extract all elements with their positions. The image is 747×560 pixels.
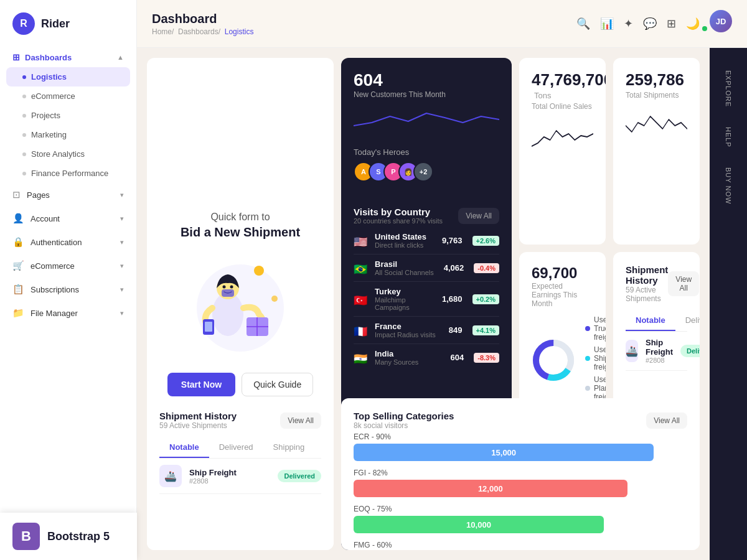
tab-notable[interactable]: Notable xyxy=(626,310,675,331)
account-group[interactable]: 👤 Account ▾ xyxy=(0,207,136,230)
shipment-history-header: Shipment History 59 Active Shipments Vie… xyxy=(626,264,687,303)
sh-ext-tab-delivered[interactable]: Delivered xyxy=(209,437,263,458)
marketing-label: Marketing xyxy=(31,130,67,139)
search-icon[interactable]: 🔍 xyxy=(576,17,590,30)
top-selling-header: Top Selling Categories 8k social visitor… xyxy=(354,411,687,430)
sidebar-logo[interactable]: R Rider xyxy=(0,12,136,47)
ship-dot xyxy=(585,356,590,361)
country-info-tr: Turkey Mailchimp Campaigns xyxy=(375,287,436,311)
top-selling-title: Top Selling Categories xyxy=(354,411,454,421)
bar-eoq: 10,000 xyxy=(354,516,604,533)
account-label: Account xyxy=(31,214,60,223)
sidebar-item-finance[interactable]: Finance Performance xyxy=(0,164,136,183)
store-analytics-label: Store Analytics xyxy=(31,149,85,159)
file-manager-icon: 📁 xyxy=(12,307,24,319)
customers-value: 604 xyxy=(354,70,499,90)
quick-guide-button[interactable]: Quick Guide xyxy=(242,373,313,396)
pages-group[interactable]: ⊡ Pages ▾ xyxy=(0,183,136,207)
top-selling-subtitle: 8k social visitors xyxy=(354,421,454,430)
user-avatar[interactable]: JD xyxy=(710,10,732,32)
sidebar-item-logistics[interactable]: Logistics xyxy=(6,67,130,86)
bootstrap-icon: B xyxy=(12,523,40,550)
buy-now-label[interactable]: Buy now xyxy=(725,157,732,214)
sh-ext-tab-notable[interactable]: Notable xyxy=(159,437,209,458)
logistics-dot xyxy=(22,75,26,79)
logo-icon: R xyxy=(12,12,35,35)
country-name-in: India xyxy=(375,349,444,358)
bar-value-ecr: 15,000 xyxy=(491,448,516,457)
pages-icon: ⊡ xyxy=(12,189,21,200)
dashboards-label: Dashboards xyxy=(25,53,72,62)
shipment-history-title: Shipment History xyxy=(626,264,668,286)
sh-ext-header: Shipment History 59 Active Shipments Vie… xyxy=(159,411,321,430)
tabs-row: Notable Delivered Shipping xyxy=(626,310,687,332)
shipment-illustration xyxy=(184,252,296,352)
subscriptions-group[interactable]: 📋 Subscriptions ▾ xyxy=(0,278,136,301)
header-left: Dashboard Home/ Dashboards/ Logistics xyxy=(152,12,253,36)
country-name-fr: France xyxy=(375,322,443,331)
truck-label: Used Truck freight xyxy=(594,315,606,342)
sidebar-item-store-analytics[interactable]: Store Analytics xyxy=(0,144,136,164)
shipment-subtitle: Quick form to xyxy=(210,212,270,223)
country-change-fr: +4.1% xyxy=(472,325,500,335)
pages-label: Pages xyxy=(27,190,50,200)
country-row-us: 🇺🇸 United States Direct link clicks 9,76… xyxy=(354,227,499,254)
ecommerce-group[interactable]: 🛒 eCommerce ▾ xyxy=(0,254,136,278)
authentication-group[interactable]: 🔒 Authentication ▾ xyxy=(0,230,136,254)
country-name-tr: Turkey xyxy=(375,287,436,296)
bar-item-fmg: FMG - 60% 8,000 xyxy=(354,541,687,550)
ecommerce-group-icon: 🛒 xyxy=(12,260,24,271)
subscriptions-chevron: ▾ xyxy=(120,286,124,294)
breadcrumb-current: Logistics xyxy=(225,27,254,36)
shipment-title: Bid a New Shipment xyxy=(181,225,300,240)
country-info-br: Brasil All Social Channels xyxy=(375,259,438,276)
sidebar-item-ecommerce[interactable]: eCommerce xyxy=(0,86,136,106)
sh-ext-view-all[interactable]: View All xyxy=(280,413,321,429)
dashboards-section[interactable]: ⊞ Dashboards ▲ xyxy=(0,47,136,67)
ship-freight-icon: 🚢 xyxy=(626,340,638,362)
settings-icon[interactable]: ✦ xyxy=(624,17,633,30)
file-manager-group[interactable]: 📁 File Manager ▾ xyxy=(0,301,136,325)
sidebar-item-marketing[interactable]: Marketing xyxy=(0,125,136,144)
grid-icon[interactable]: ⊞ xyxy=(667,17,676,30)
message-icon[interactable]: 💬 xyxy=(643,17,657,30)
page-title: Dashboard xyxy=(152,12,253,26)
earnings-label: Expected Earnings This Month xyxy=(532,282,593,308)
country-change-us: +2.6% xyxy=(472,236,500,246)
shipment-history-extended: Shipment History 59 Active Shipments Vie… xyxy=(147,398,334,550)
finance-label: Finance Performance xyxy=(31,169,108,178)
shipment-history-subtitle: 59 Active Shipments xyxy=(626,286,668,303)
hero-avatar-extra: +2 xyxy=(413,162,433,182)
tab-delivered[interactable]: Delivered xyxy=(675,310,700,331)
country-info-fr: France Impact Radius visits xyxy=(375,322,443,338)
countries-header: Visits by Country 20 countries share 97%… xyxy=(354,207,499,225)
top-selling-view-all[interactable]: View All xyxy=(646,413,687,429)
finance-dot xyxy=(22,172,26,175)
shipment-item-1: 🚢 Ship Freight #2808 Delivered xyxy=(626,332,687,371)
country-visits-fr: 849 xyxy=(449,325,463,335)
account-chevron: ▾ xyxy=(120,215,124,223)
country-row-tr: 🇹🇷 Turkey Mailchimp Campaigns 1,680 +0.2… xyxy=(354,282,499,317)
dashboards-icon: ⊞ xyxy=(12,52,20,62)
sh-ext-tab-shipping[interactable]: Shipping xyxy=(263,437,315,458)
country-source-us: Direct link clicks xyxy=(375,241,436,249)
earnings-value: 69,700 xyxy=(532,264,593,282)
bar-value-fgi: 12,000 xyxy=(478,484,503,493)
shipment-buttons: Start Now Quick Guide xyxy=(167,373,313,396)
flag-tr: 🇹🇷 xyxy=(354,294,369,305)
svg-rect-12 xyxy=(205,322,212,332)
country-info-us: United States Direct link clicks xyxy=(375,232,436,249)
bar-item-ecr: ECR - 90% 15,000 xyxy=(354,432,687,461)
sidebar-item-projects[interactable]: Projects xyxy=(0,106,136,125)
countries-view-all[interactable]: View All xyxy=(458,208,499,224)
right-panel: Explore Help Buy now xyxy=(710,48,747,560)
chart-icon[interactable]: 📊 xyxy=(600,17,614,30)
total-sales-card: 47,769,700 Tons Total Online Sales xyxy=(519,58,606,245)
moon-icon[interactable]: 🌙 xyxy=(686,17,700,30)
start-now-button[interactable]: Start Now xyxy=(167,373,235,396)
country-row-in: 🇮🇳 India Many Sources 604 -8.3% xyxy=(354,344,499,371)
shipment-history-view-all[interactable]: View All xyxy=(668,271,699,296)
bootstrap-label: Bootstrap 5 xyxy=(47,530,110,543)
help-label[interactable]: Help xyxy=(725,117,732,157)
explore-label[interactable]: Explore xyxy=(725,60,732,117)
